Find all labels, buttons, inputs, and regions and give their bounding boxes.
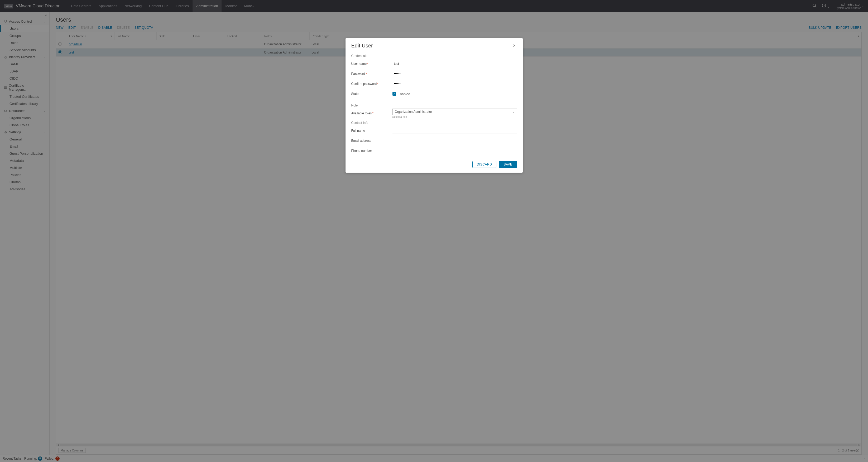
label-available-roles: Available roles* — [351, 111, 393, 115]
modal-body: Credentials User name* Password* — [345, 50, 523, 158]
confirm-password-input[interactable] — [393, 81, 517, 87]
close-icon[interactable]: ✕ — [512, 42, 517, 49]
label-email: Email address — [351, 139, 393, 142]
enabled-checkbox[interactable]: ✓ Enabled — [393, 92, 517, 96]
fullname-input[interactable] — [393, 128, 517, 134]
password-input[interactable] — [393, 71, 517, 77]
modal-title: Edit User — [351, 43, 512, 49]
form-row-username: User name* — [351, 59, 517, 69]
label-fullname: Full name — [351, 129, 393, 133]
label-username: User name* — [351, 62, 393, 66]
save-button[interactable]: SAVE — [499, 161, 517, 168]
form-row-state: State ✓ Enabled — [351, 89, 517, 99]
roles-helper-text: Select a role — [393, 116, 517, 118]
form-row-email: Email address — [351, 136, 517, 146]
available-roles-select[interactable]: Organization Administrator ⌄ — [393, 108, 517, 115]
phone-input[interactable] — [393, 148, 517, 154]
select-value: Organization Administrator — [395, 110, 432, 113]
label-confirm-password: Confirm password* — [351, 82, 393, 86]
edit-user-modal: Edit User ✕ Credentials User name* Passw… — [345, 38, 523, 173]
username-input[interactable] — [393, 61, 517, 67]
form-row-roles: Available roles* Organization Administra… — [351, 108, 517, 118]
section-contact: Contact Info — [351, 121, 517, 125]
modal-header: Edit User ✕ — [345, 38, 523, 50]
email-input[interactable] — [393, 138, 517, 144]
section-credentials: Credentials — [351, 54, 517, 58]
chevron-down-icon: ⌄ — [513, 110, 515, 113]
form-row-password: Password* — [351, 69, 517, 79]
discard-button[interactable]: DISCARD — [472, 161, 497, 168]
form-row-fullname: Full name — [351, 126, 517, 136]
modal-overlay: Edit User ✕ Credentials User name* Passw… — [0, 0, 868, 462]
enabled-label: Enabled — [398, 92, 410, 96]
modal-footer: DISCARD SAVE — [345, 158, 523, 173]
label-password: Password* — [351, 72, 393, 76]
form-row-phone: Phone number — [351, 146, 517, 156]
section-role: Role — [351, 104, 517, 107]
label-state: State — [351, 92, 393, 96]
form-row-confirm-password: Confirm password* — [351, 79, 517, 89]
label-phone: Phone number — [351, 149, 393, 153]
checkbox-checked-icon: ✓ — [393, 92, 396, 96]
